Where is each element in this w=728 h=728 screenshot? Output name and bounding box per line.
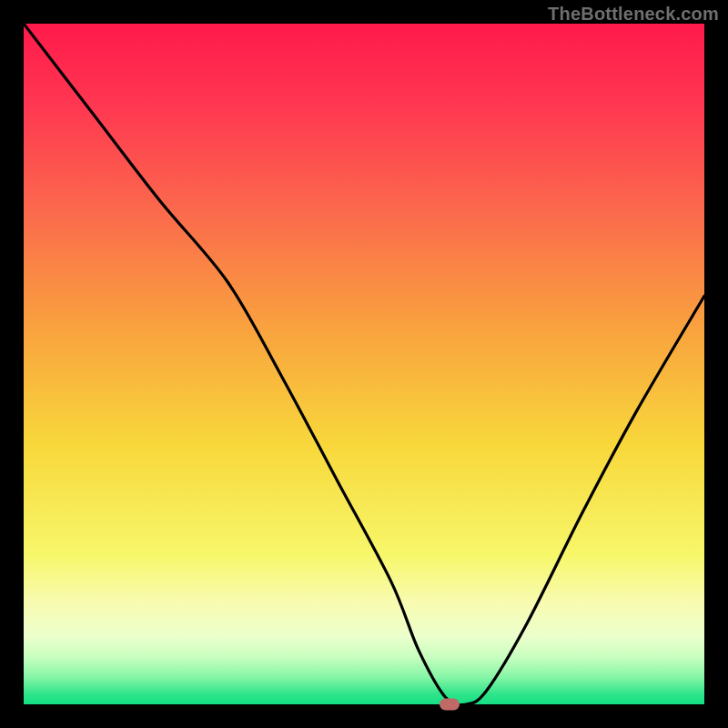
plot-area xyxy=(24,24,704,704)
bottleneck-chart: TheBottleneck.com xyxy=(0,0,728,728)
bottleneck-curve xyxy=(24,24,704,704)
optimal-point-marker xyxy=(440,699,460,711)
curve-layer xyxy=(24,24,704,704)
watermark-text: TheBottleneck.com xyxy=(548,4,719,25)
